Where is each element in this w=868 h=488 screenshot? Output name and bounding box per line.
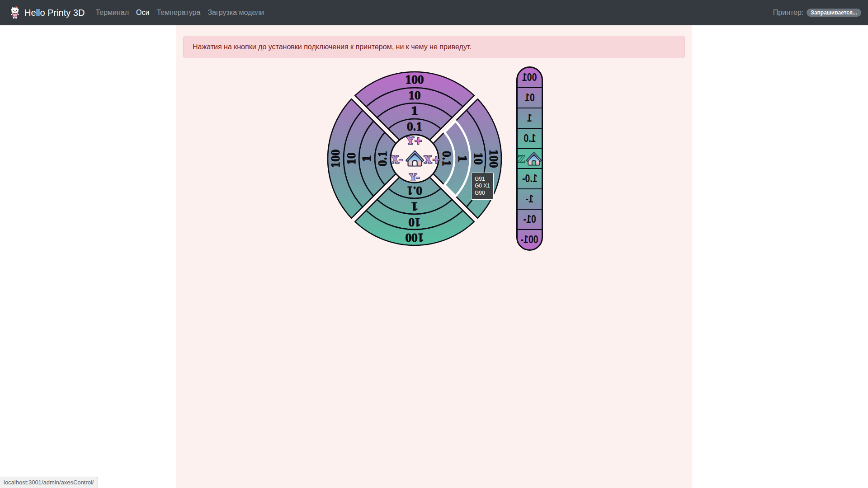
z-button-10[interactable]: 01 — [518, 87, 542, 108]
axis-label-x-plus[interactable]: X+ — [424, 153, 440, 165]
xy-jog-wheel: 0.1 1 10 100 0.1 1 10 100 0.1 1 10 100 0… — [326, 70, 503, 247]
z-button-minus-0-1[interactable]: 1.0- — [518, 168, 542, 188]
gcode-line: G91 — [475, 176, 490, 183]
z-button-minus-10[interactable]: 01- — [518, 209, 542, 229]
nav-link-axes[interactable]: Оси — [132, 5, 153, 20]
axis-label-x-minus[interactable]: X- — [391, 153, 403, 165]
status-bar-url: localhost:3001/admin/axesControl/ — [0, 477, 98, 488]
gcode-line: G0 X1 — [475, 183, 490, 190]
z-home-button[interactable]: Z — [518, 148, 542, 169]
connection-warning-alert: Нажатия на кнопки до установки подключен… — [183, 36, 685, 58]
brand-link[interactable]: Hello Printy 3D — [10, 6, 85, 19]
gcode-line: G90 — [475, 190, 490, 197]
z-button-0-1[interactable]: 1.0 — [518, 128, 542, 148]
axis-label-y-minus[interactable]: Y- — [409, 171, 420, 183]
printer-status-group: Принтер: Запрашивается... — [773, 9, 861, 17]
nav-link-model-upload[interactable]: Загрузка модели — [204, 5, 268, 20]
z-jog-bar: 001 01 1 1.0 Z 1.0- 1- 01- 001- — [516, 66, 543, 251]
nav-links: Терминал Оси Температура Загрузка модели — [92, 9, 268, 17]
main-content: Нажатия на кнопки до установки подключен… — [176, 25, 692, 488]
nav-link-terminal[interactable]: Терминал — [92, 5, 132, 20]
printer-label: Принтер: — [773, 9, 804, 17]
axis-label-y-plus[interactable]: Y+ — [406, 134, 423, 146]
brand-title: Hello Printy 3D — [24, 8, 85, 17]
nav-link-temperature[interactable]: Температура — [153, 5, 204, 20]
z-home-letter: Z — [518, 154, 525, 164]
z-button-1[interactable]: 1 — [518, 108, 542, 128]
hello-kitty-logo — [10, 6, 20, 19]
axes-controls: 0.1 1 10 100 0.1 1 10 100 0.1 1 10 100 0… — [183, 66, 685, 251]
z-button-minus-100[interactable]: 001- — [518, 229, 542, 249]
navbar: Hello Printy 3D Терминал Оси Температура… — [0, 0, 868, 25]
z-home-icon — [526, 152, 542, 166]
gcode-tooltip: G91 G0 X1 G90 — [471, 173, 494, 200]
z-button-minus-1[interactable]: 1- — [518, 188, 542, 209]
printer-status-badge: Запрашивается... — [807, 9, 861, 17]
z-button-100[interactable]: 001 — [518, 68, 542, 87]
